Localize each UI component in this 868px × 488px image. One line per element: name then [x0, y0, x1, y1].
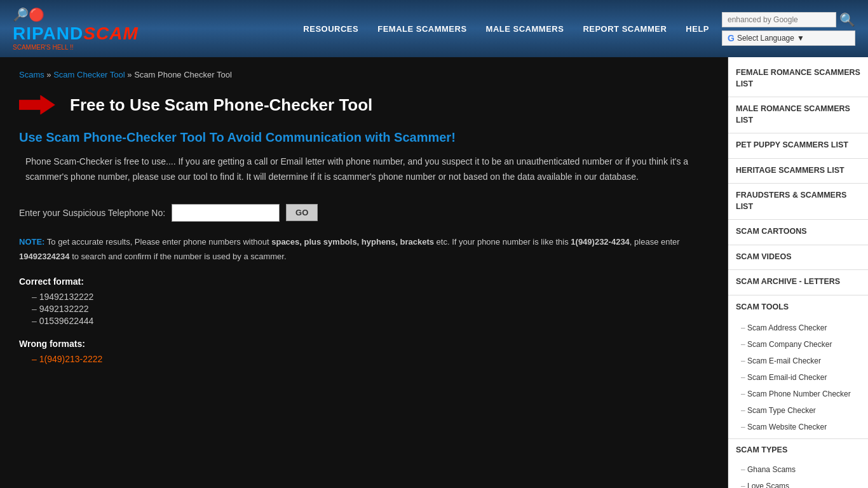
- nav-help[interactable]: HELP: [686, 24, 709, 34]
- language-dropdown-arrow: ▼: [797, 34, 804, 43]
- sidebar-section-female-romance: FEMALE ROMANCE SCAMMERS LIST: [728, 64, 868, 93]
- breadcrumb-scams[interactable]: Scams: [19, 70, 44, 79]
- sidebar-female-romance-link[interactable]: FEMALE ROMANCE SCAMMERS LIST: [728, 64, 868, 93]
- sidebar-male-romance-link[interactable]: MALE ROMANCE SCAMMERS LIST: [728, 100, 868, 130]
- logo-text: RIPANDSCAM: [13, 24, 139, 43]
- sidebar-scam-cartoons-link[interactable]: SCAM CARTOONS: [728, 222, 868, 241]
- search-input[interactable]: [722, 12, 836, 27]
- correct-format-item-2: 9492132222: [32, 304, 709, 314]
- sidebar-section-heritage: HERITAGE SCAMMERS LIST: [728, 161, 868, 180]
- sidebar-section-pet-puppy: PET PUPPY SCAMMERS LIST: [728, 136, 868, 155]
- sidebar-scam-type-checker[interactable]: Scam Type Checker: [728, 402, 868, 419]
- arrow-icon: [19, 92, 57, 118]
- logo-area: 🔎🔴 RIPANDSCAM SCAMMER'S HELL !!: [13, 7, 139, 51]
- header: 🔎🔴 RIPANDSCAM SCAMMER'S HELL !! RESOURCE…: [0, 0, 868, 57]
- sidebar-section-fraudsters: FRAUDSTERS & SCAMMERS LIST: [728, 186, 868, 216]
- sidebar-love-scams[interactable]: Love Scams: [728, 478, 868, 488]
- sidebar-scam-videos-link[interactable]: SCAM VIDEOS: [728, 248, 868, 267]
- go-button[interactable]: GO: [286, 204, 318, 221]
- correct-format-item-1: 19492132222: [32, 292, 709, 302]
- nav-male-scammers[interactable]: MALE SCAMMERS: [486, 24, 564, 34]
- logo-scam: SCAM: [83, 24, 138, 43]
- correct-format-list: 19492132222 9492132222 01539622444: [19, 292, 709, 326]
- sidebar-scam-emailid-checker[interactable]: Scam Email-id Checker: [728, 369, 868, 386]
- correct-format-item-3: 01539622444: [32, 316, 709, 326]
- sidebar-section-male-romance: MALE ROMANCE SCAMMERS LIST: [728, 100, 868, 130]
- sidebar-types-sublinks: Ghana Scams Love Scams Facebook Scams In…: [728, 461, 868, 488]
- page-title: Free to Use Scam Phone-Checker Tool: [70, 95, 372, 115]
- select-language-label: Select Language: [737, 34, 794, 43]
- wrong-formats-title: Wrong formats:: [19, 339, 709, 349]
- sidebar-scam-archive-link[interactable]: SCAM ARCHIVE - LETTERS: [728, 273, 868, 292]
- sub-heading: Use Scam Phone-Checker Tool To Avoid Com…: [19, 130, 709, 145]
- sidebar: FEMALE ROMANCE SCAMMERS LIST MALE ROMANC…: [728, 57, 868, 488]
- phone-input[interactable]: [172, 204, 280, 222]
- logo-icon: 🔎🔴: [13, 7, 139, 22]
- breadcrumb-sep2: »: [127, 70, 134, 79]
- nav-female-scammers[interactable]: FEMALE SCAMMERS: [377, 24, 466, 34]
- wrong-format-item-1: 1(949)213-2222: [32, 354, 709, 364]
- sidebar-section-scam-tools: SCAM TOOLS: [728, 298, 868, 317]
- sidebar-section-scam-archive: SCAM ARCHIVE - LETTERS: [728, 273, 868, 292]
- sidebar-scam-website-checker[interactable]: Scam Website Checker: [728, 419, 868, 435]
- breadcrumb-current: Scam Phone Checker Tool: [134, 70, 232, 79]
- sidebar-scam-tools-link[interactable]: SCAM TOOLS: [728, 298, 868, 317]
- correct-format-title: Correct format:: [19, 276, 709, 287]
- note-text: To get accurate results, Please enter ph…: [19, 237, 680, 261]
- sidebar-scam-company-checker[interactable]: Scam Company Checker: [728, 336, 868, 353]
- nav-report-scammer[interactable]: REPORT SCAMMER: [583, 24, 667, 34]
- search-button[interactable]: 🔍: [839, 12, 855, 27]
- sidebar-fraudsters-link[interactable]: FRAUDSTERS & SCAMMERS LIST: [728, 186, 868, 216]
- sidebar-scam-phone-checker[interactable]: Scam Phone Number Checker: [728, 386, 868, 402]
- breadcrumb: Scams » Scam Checker Tool » Scam Phone C…: [19, 70, 709, 79]
- sidebar-scam-email-checker[interactable]: Scam E-mail Checker: [728, 353, 868, 369]
- sidebar-section-scam-videos: SCAM VIDEOS: [728, 248, 868, 267]
- svg-marker-0: [19, 95, 55, 114]
- correct-format: Correct format: 19492132222 9492132222 0…: [19, 276, 709, 326]
- sidebar-scam-types-section: SCAM TYPES: [728, 442, 868, 458]
- sidebar-heritage-link[interactable]: HERITAGE SCAMMERS LIST: [728, 161, 868, 180]
- page-wrapper: Scams » Scam Checker Tool » Scam Phone C…: [0, 57, 868, 488]
- search-row: 🔍: [722, 12, 855, 27]
- phone-label: Enter your Suspicious Telephone No:: [19, 208, 165, 218]
- sidebar-tools-sublinks: Scam Address Checker Scam Company Checke…: [728, 320, 868, 435]
- description-text: Phone Scam-Checker is free to use.... If…: [19, 154, 709, 185]
- sidebar-scam-address-checker[interactable]: Scam Address Checker: [728, 320, 868, 336]
- wrong-format-list: 1(949)213-2222: [19, 354, 709, 364]
- logo-tagline: SCAMMER'S HELL !!: [13, 44, 139, 51]
- wrong-formats: Wrong formats: 1(949)213-2222: [19, 339, 709, 364]
- phone-checker-form: Enter your Suspicious Telephone No: GO: [19, 204, 709, 222]
- sidebar-scam-types-title: SCAM TYPES: [728, 442, 868, 458]
- logo-rip: RIPAND: [13, 24, 83, 43]
- main-nav: RESOURCES FEMALE SCAMMERS MALE SCAMMERS …: [303, 24, 709, 34]
- breadcrumb-sep1: »: [46, 70, 53, 79]
- note-section: NOTE: To get accurate results, Please en…: [19, 234, 709, 264]
- nav-resources[interactable]: RESOURCES: [303, 24, 358, 34]
- language-selector[interactable]: G Select Language ▼: [722, 30, 855, 46]
- sidebar-section-scam-cartoons: SCAM CARTOONS: [728, 222, 868, 241]
- google-g-icon: G: [728, 33, 735, 43]
- page-heading-area: Free to Use Scam Phone-Checker Tool: [19, 92, 709, 118]
- main-content: Scams » Scam Checker Tool » Scam Phone C…: [0, 57, 728, 488]
- note-label: NOTE:: [19, 237, 44, 247]
- sidebar-ghana-scams[interactable]: Ghana Scams: [728, 461, 868, 478]
- breadcrumb-scam-checker-tool[interactable]: Scam Checker Tool: [53, 70, 125, 79]
- search-area: 🔍 G Select Language ▼: [722, 12, 855, 46]
- sidebar-pet-puppy-link[interactable]: PET PUPPY SCAMMERS LIST: [728, 136, 868, 155]
